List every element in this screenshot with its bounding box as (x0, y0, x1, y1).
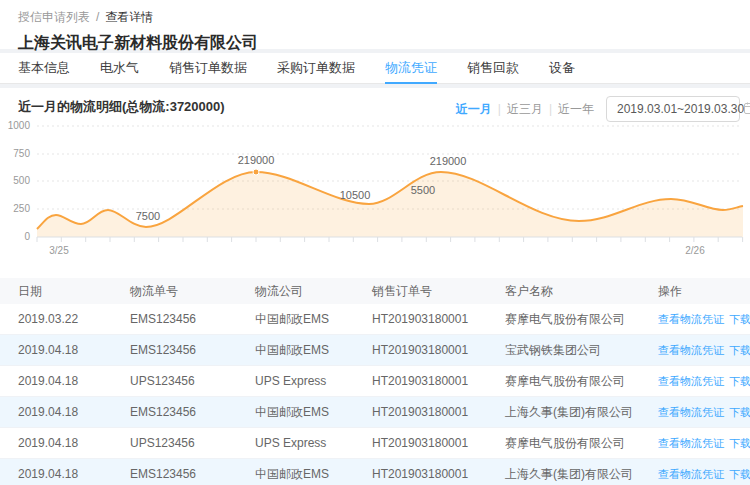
cell-order_no: HT201903180001 (354, 343, 487, 357)
svg-text:3/25: 3/25 (49, 245, 69, 256)
cell-actions: 查看物流凭证下载 (645, 374, 750, 389)
cell-company: 中国邮政EMS (237, 342, 354, 359)
cell-date: 2019.04.18 (0, 436, 112, 450)
svg-text:250: 250 (13, 203, 30, 214)
view-voucher-link[interactable]: 查看物流凭证 (658, 467, 724, 482)
tab-equipment[interactable]: 设备 (549, 53, 575, 84)
page: 授信申请列表/查看详情 上海关讯电子新材料股份有限公司 基本信息 电水气 销售订… (0, 0, 750, 485)
cell-actions: 查看物流凭证下载 (645, 343, 750, 358)
svg-text:500: 500 (13, 175, 30, 186)
y-axis-labels: 0 250 500 750 1000 (8, 120, 31, 242)
range-separator: | (549, 102, 552, 116)
cell-customer: 上海久事(集团)有限公司 (487, 466, 645, 483)
header-customer: 客户名称 (487, 283, 645, 300)
tab-purchase-orders[interactable]: 采购订单数据 (277, 53, 355, 84)
svg-text:5500: 5500 (411, 184, 435, 196)
cell-tracking_no: EMS123456 (112, 467, 237, 481)
cell-date: 2019.04.18 (0, 405, 112, 419)
tab-utilities[interactable]: 电水气 (100, 53, 139, 84)
chart-title: 近一月的物流明细(总物流:3720000) (18, 98, 225, 116)
cell-tracking_no: UPS123456 (112, 436, 237, 450)
table-row: 2019.04.18UPS123456UPS ExpressHT20190318… (0, 428, 750, 459)
breadcrumb-separator: / (96, 10, 99, 24)
x-axis-labels: 3/25 2/26 (49, 245, 705, 256)
download-link[interactable]: 下载 (729, 467, 750, 482)
table-row: 2019.03.22EMS123456中国邮政EMSHT201903180001… (0, 304, 750, 335)
cell-customer: 宝武钢铁集团公司 (487, 342, 645, 359)
cell-date: 2019.04.18 (0, 343, 112, 357)
cell-tracking_no: EMS123456 (112, 312, 237, 326)
header-company: 物流公司 (237, 283, 354, 300)
table-row: 2019.04.18EMS123456中国邮政EMSHT201903180001… (0, 459, 750, 485)
cell-customer: 赛摩电气股份有限公司 (487, 435, 645, 452)
download-link[interactable]: 下载 (729, 343, 750, 358)
view-voucher-link[interactable]: 查看物流凭证 (658, 405, 724, 420)
view-voucher-link[interactable]: 查看物流凭证 (658, 343, 724, 358)
download-link[interactable]: 下载 (729, 374, 750, 389)
cell-order_no: HT201903180001 (354, 312, 487, 326)
tab-sales-collection[interactable]: 销售回款 (467, 53, 519, 84)
range-last-year[interactable]: 近一年 (558, 101, 594, 118)
main-content: 近一月的物流明细(总物流:3720000) 近一月 | 近三月 | 近一年 20… (0, 88, 750, 485)
range-last-quarter[interactable]: 近三月 (507, 101, 543, 118)
cell-actions: 查看物流凭证下载 (645, 436, 750, 451)
svg-text:219000: 219000 (430, 155, 467, 167)
cell-company: UPS Express (237, 436, 354, 450)
cell-date: 2019.04.18 (0, 374, 112, 388)
svg-text:10500: 10500 (340, 189, 371, 201)
svg-text:1000: 1000 (8, 120, 31, 131)
view-voucher-link[interactable]: 查看物流凭证 (658, 436, 724, 451)
download-link[interactable]: 下载 (729, 436, 750, 451)
cell-company: UPS Express (237, 374, 354, 388)
cell-company: 中国邮政EMS (237, 311, 354, 328)
table-row: 2019.04.18EMS123456中国邮政EMSHT201903180001… (0, 335, 750, 366)
cell-actions: 查看物流凭证下载 (645, 312, 750, 327)
table-header: 日期 物流单号 物流公司 销售订单号 客户名称 操作 (0, 278, 750, 304)
tabs-bar: 基本信息 电水气 销售订单数据 采购订单数据 物流凭证 销售回款 设备 (0, 53, 750, 84)
range-last-month[interactable]: 近一月 (456, 101, 492, 118)
cell-order_no: HT201903180001 (354, 436, 487, 450)
svg-text:750: 750 (13, 148, 30, 159)
peak-marker (253, 169, 259, 175)
download-link[interactable]: 下载 (729, 312, 750, 327)
cell-tracking_no: EMS123456 (112, 405, 237, 419)
view-voucher-link[interactable]: 查看物流凭证 (658, 374, 724, 389)
page-title: 上海关讯电子新材料股份有限公司 (18, 33, 732, 54)
table-body: 2019.03.22EMS123456中国邮政EMSHT201903180001… (0, 304, 750, 485)
svg-text:7500: 7500 (136, 210, 160, 222)
cell-actions: 查看物流凭证下载 (645, 405, 750, 420)
logistics-area-chart: 0 250 500 750 1000 7500 219000 10500 550… (0, 116, 750, 261)
date-range-value: 2019.03.01~2019.03.30 (617, 102, 744, 116)
cell-order_no: HT201903180001 (354, 374, 487, 388)
breadcrumb-current: 查看详情 (105, 10, 153, 24)
breadcrumb-parent[interactable]: 授信申请列表 (18, 10, 90, 24)
header-date: 日期 (0, 283, 112, 300)
cell-company: 中国邮政EMS (237, 404, 354, 421)
tab-logistics-voucher[interactable]: 物流凭证 (385, 53, 437, 84)
svg-text:219000: 219000 (238, 154, 275, 166)
time-range-selector: 近一月 | 近三月 | 近一年 (456, 101, 594, 118)
table-row: 2019.04.18EMS123456中国邮政EMSHT201903180001… (0, 397, 750, 428)
cell-tracking_no: EMS123456 (112, 343, 237, 357)
cell-company: 中国邮政EMS (237, 466, 354, 483)
cell-order_no: HT201903180001 (354, 405, 487, 419)
tab-basic-info[interactable]: 基本信息 (18, 53, 70, 84)
range-separator: | (498, 102, 501, 116)
cell-date: 2019.04.18 (0, 467, 112, 481)
cell-order_no: HT201903180001 (354, 467, 487, 481)
cell-tracking_no: UPS123456 (112, 374, 237, 388)
header-order-no: 销售订单号 (354, 283, 487, 300)
tab-sales-orders[interactable]: 销售订单数据 (169, 53, 247, 84)
logistics-table: 日期 物流单号 物流公司 销售订单号 客户名称 操作 2019.03.22EMS… (0, 278, 750, 485)
cell-customer: 赛摩电气股份有限公司 (487, 311, 645, 328)
svg-text:0: 0 (24, 231, 30, 242)
view-voucher-link[interactable]: 查看物流凭证 (658, 312, 724, 327)
cell-customer: 赛摩电气股份有限公司 (487, 373, 645, 390)
download-link[interactable]: 下载 (729, 405, 750, 420)
cell-actions: 查看物流凭证下载 (645, 467, 750, 482)
top-header: 授信申请列表/查看详情 上海关讯电子新材料股份有限公司 (0, 0, 750, 49)
cell-customer: 上海久事(集团)有限公司 (487, 404, 645, 421)
header-actions: 操作 (645, 283, 750, 300)
table-row: 2019.04.18UPS123456UPS ExpressHT20190318… (0, 366, 750, 397)
breadcrumb: 授信申请列表/查看详情 (18, 9, 732, 26)
